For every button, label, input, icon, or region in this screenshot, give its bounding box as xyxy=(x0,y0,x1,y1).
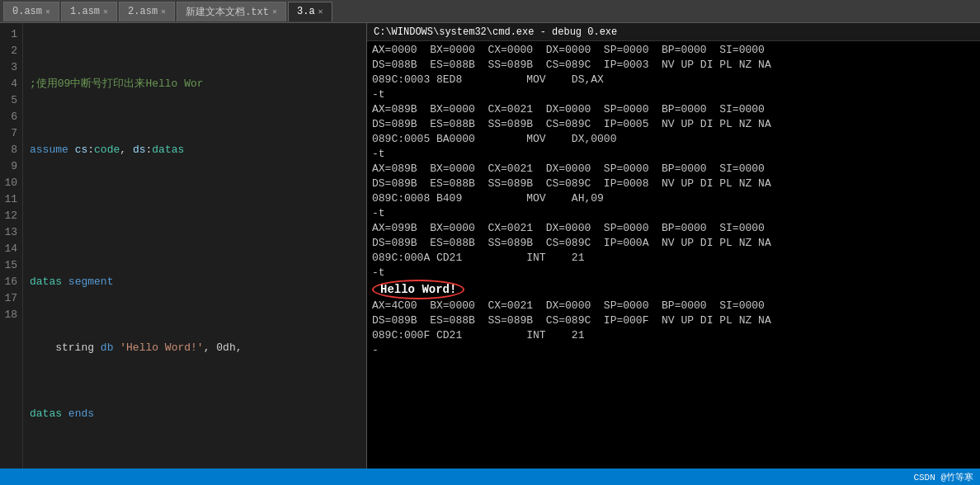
code-line-5: string db 'Hello Word!' , 0dh, xyxy=(30,340,360,356)
debug-regs-5b: DS=089B ES=088B SS=089B CS=089C IP=000F … xyxy=(372,313,975,328)
code-line-3 xyxy=(30,208,360,224)
comment-1: ;使用09中断号打印出来Hello Wor xyxy=(30,76,204,92)
tab-0asm[interactable]: 0.asm ✕ xyxy=(3,2,59,21)
kw-db: db xyxy=(101,340,114,356)
debug-regs-4a: AX=099B BX=0000 CX=0021 DX=0000 SP=0000 … xyxy=(372,221,975,236)
kw-datas1: datas xyxy=(30,274,62,290)
tab-1asm-label: 1.asm xyxy=(70,6,100,17)
code-area[interactable]: ;使用09中断号打印出来Hello Wor assume cs : code ,… xyxy=(23,23,366,469)
string-val: 'Hello Word!' xyxy=(120,340,203,356)
tab-newtxt-label: 新建文本文档.txt xyxy=(186,5,269,19)
tab-bar: 0.asm ✕ 1.asm ✕ 2.asm ✕ 新建文本文档.txt ✕ 3.a… xyxy=(0,0,980,23)
debug-regs-3b: DS=089B ES=088B SS=089B CS=089C IP=0008 … xyxy=(372,177,975,191)
tab-0asm-label: 0.asm xyxy=(12,6,42,17)
tab-3a[interactable]: 3.a ✕ xyxy=(288,2,332,21)
debug-addr-5: 089C:000F CD21 INT 21 xyxy=(372,328,975,343)
debug-prompt-1: -t xyxy=(372,87,975,102)
line-numbers: 12345 678910 1112131415 161718 xyxy=(0,23,23,469)
debug-prompt-2: -t xyxy=(372,147,975,162)
tab-3a-label: 3.a xyxy=(297,6,315,17)
debug-regs-2a: AX=089B BX=0000 CX=0021 DX=0000 SP=0000 … xyxy=(372,102,975,117)
tab-0asm-close[interactable]: ✕ xyxy=(45,7,50,16)
editor-panel: 12345 678910 1112131415 161718 ;使用09中断号打… xyxy=(0,23,367,469)
status-bar: CSDN @竹等寒 xyxy=(0,469,980,485)
kw-segment1: segment xyxy=(68,274,114,290)
tab-newtxt-close[interactable]: ✕ xyxy=(272,7,277,16)
code-2-code: code xyxy=(94,142,120,158)
code-2-ws xyxy=(68,142,75,158)
main-area: 12345 678910 1112131415 161718 ;使用09中断号打… xyxy=(0,23,980,469)
kw-assume: assume xyxy=(30,142,68,158)
debug-addr-1: 089C:0003 8ED8 MOV DS,AX xyxy=(372,73,975,87)
tab-2asm[interactable]: 2.asm ✕ xyxy=(119,2,175,21)
tab-2asm-label: 2.asm xyxy=(128,6,158,17)
tab-2asm-close[interactable]: ✕ xyxy=(161,7,166,16)
debug-addr-3: 089C:0008 B409 MOV AH,09 xyxy=(372,191,975,206)
debugger-panel: C:\WINDOWS\system32\cmd.exe - debug 0.ex… xyxy=(367,23,980,469)
debugger-content[interactable]: AX=0000 BX=0000 CX=0000 DX=0000 SP=0000 … xyxy=(367,41,980,469)
debug-addr-2: 089C:0005 BA0000 MOV DX,0000 xyxy=(372,132,975,147)
tab-newtxt[interactable]: 新建文本文档.txt ✕ xyxy=(177,2,286,21)
code-line-2: assume cs : code , ds : datas xyxy=(30,142,360,158)
code-line-1: ;使用09中断号打印出来Hello Wor xyxy=(30,76,360,92)
tab-3a-close[interactable]: ✕ xyxy=(318,7,323,16)
debug-prompt-4: -t xyxy=(372,266,975,280)
tab-1asm[interactable]: 1.asm ✕ xyxy=(61,2,117,21)
kw-datas2: datas xyxy=(30,406,62,422)
kw-ends1: ends xyxy=(68,406,94,422)
debugger-title: C:\WINDOWS\system32\cmd.exe - debug 0.ex… xyxy=(367,23,980,41)
debug-regs-1a: AX=0000 BX=0000 CX=0000 DX=0000 SP=0000 … xyxy=(372,43,975,58)
debug-regs-5a: AX=4C00 BX=0000 CX=0021 DX=0000 SP=0000 … xyxy=(372,299,975,313)
tab-1asm-close[interactable]: ✕ xyxy=(103,7,108,16)
code-line-4: datas segment xyxy=(30,274,360,290)
code-2-datas: datas xyxy=(152,142,184,158)
debug-regs-4b: DS=089B ES=088B SS=089B CS=089C IP=000A … xyxy=(372,236,975,251)
code-2-cs: cs xyxy=(75,142,88,158)
debug-prompt-3: -t xyxy=(372,206,975,221)
editor-content: 12345 678910 1112131415 161718 ;使用09中断号打… xyxy=(0,23,366,469)
code-2-ds: ds xyxy=(133,142,146,158)
debug-regs-2b: DS=089B ES=088B SS=089B CS=089C IP=0005 … xyxy=(372,117,975,132)
debugger-title-text: C:\WINDOWS\system32\cmd.exe - debug 0.ex… xyxy=(374,26,617,38)
code-line-6: datas ends xyxy=(30,406,360,422)
debug-cursor: - xyxy=(372,343,975,358)
debug-regs-1b: DS=088B ES=088B SS=089B CS=089C IP=0003 … xyxy=(372,58,975,73)
debug-regs-3a: AX=089B BX=0000 CX=0021 DX=0000 SP=0000 … xyxy=(372,162,975,177)
debug-addr-4: 089C:000A CD21 INT 21 xyxy=(372,251,975,266)
debug-hello-output: Hello Word! xyxy=(372,280,975,299)
status-author: CSDN @竹等寒 xyxy=(913,471,973,483)
hello-word-text: Hello Word! xyxy=(372,280,464,299)
